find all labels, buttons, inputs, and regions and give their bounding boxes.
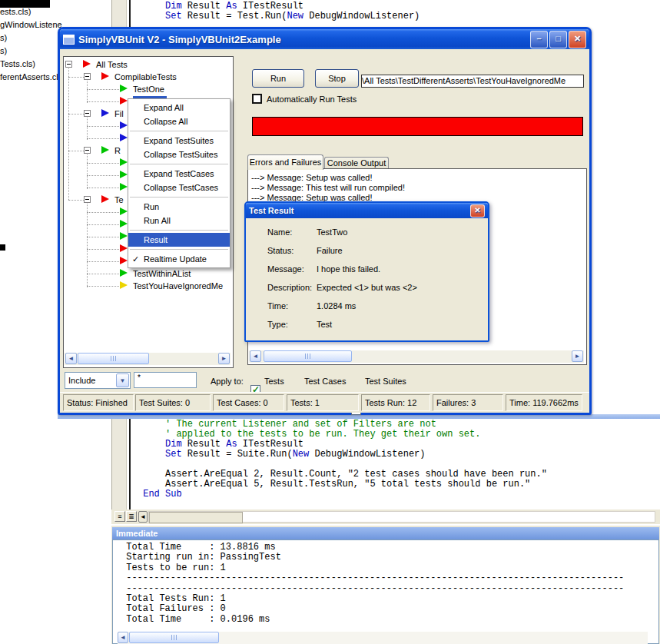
test-status-arrow-icon [120, 232, 128, 240]
combo-dropdown-arrow-icon[interactable]: ▼ [116, 373, 129, 387]
menu-item-expand-testcases[interactable]: Expand TestCases [128, 167, 230, 181]
test-path-field[interactable]: \All Tests\TestDifferentAsserts\TestYouH… [361, 75, 584, 88]
filter-mode-combobox[interactable]: Include ▼ [65, 372, 131, 389]
stop-button[interactable]: Stop [315, 69, 359, 88]
menu-separator [130, 131, 228, 131]
menu-item-run[interactable]: Run [128, 200, 230, 214]
menu-item-collapse-all[interactable]: Collapse All [128, 115, 230, 128]
menu-item-result[interactable]: Result [128, 233, 230, 247]
code-hscroll-thumb[interactable] [149, 512, 243, 523]
immediate-line: Total Failures : 0 [121, 604, 624, 614]
expand-collapse-icon[interactable] [65, 61, 72, 68]
tree-node-label[interactable]: TestOne [133, 84, 164, 95]
test-status-arrow-icon [120, 220, 128, 227]
tree-row[interactable]: TestWithinAList [64, 267, 231, 280]
dialog-field-value: I hope this failed. [317, 264, 380, 274]
test-status-arrow-icon [120, 134, 128, 141]
tree-hscroll-right-arrow[interactable]: ► [218, 353, 230, 364]
dialog-close-button[interactable]: ✕ [470, 204, 485, 217]
status-panel: Status: Finished [63, 394, 134, 411]
tree-node-label[interactable]: TestWithinAList [133, 268, 191, 279]
tree-hscroll-thumb[interactable] [78, 353, 149, 364]
project-item-fragment[interactable]: ests.cls) [0, 7, 60, 20]
project-item-fragment[interactable]: Tests.cls) [0, 59, 60, 72]
tree-row[interactable]: CompilableTests [64, 71, 231, 83]
list-hscroll-left-arrow[interactable]: ◄ [250, 350, 261, 362]
tree-node-label[interactable]: Te [114, 194, 124, 205]
dialog-body: Name:TestTwoStatus:FailureMessage:I hope… [246, 218, 485, 337]
run-button[interactable]: Run [252, 69, 304, 88]
code-line: Set Result = Test.Run(New DebugWindowLis… [138, 12, 420, 22]
tab-errors-and-failures[interactable]: Errors and Failures [247, 154, 323, 170]
code-hscroll-track[interactable] [148, 511, 655, 523]
test-result-dialog: Test Result ✕ Name:TestTwoStatus:Failure… [244, 201, 489, 342]
code-line: End Sub [138, 490, 547, 500]
status-panel: Time: 119.7662ms [506, 394, 582, 411]
tree-hscrollbar[interactable]: ◄ ► [65, 353, 231, 365]
code-hscroll-left-arrow[interactable]: ◄ [138, 511, 148, 523]
filter-pattern-field[interactable]: * [134, 372, 197, 388]
list-hscroll-thumb[interactable] [264, 350, 352, 362]
tree-node-label[interactable]: CompilableTests [114, 71, 177, 82]
error-list-line[interactable]: ---> Message: Setup was called! [251, 173, 582, 183]
expand-collapse-icon[interactable] [84, 196, 91, 203]
code-splitter-row: ≡ ≣ ◄ [111, 510, 660, 524]
code-token: Result [182, 439, 227, 450]
menu-item-expand-all[interactable]: Expand All [128, 101, 230, 115]
immediate-hscrollbar[interactable]: ◄ [118, 632, 648, 644]
immediate-line: Total Tests Run: 1 [121, 594, 624, 604]
test-status-arrow-icon [120, 281, 128, 289]
code-token: As [226, 439, 237, 450]
tree-node-label[interactable]: TestYouHaveIgnoredMe [133, 281, 223, 291]
auto-run-checkbox[interactable] [252, 94, 262, 104]
menu-item-realtime-update[interactable]: Realtime Update✓ [128, 252, 230, 266]
code-editor-top[interactable]: Dim Result As ITestResult Set Result = T… [138, 2, 420, 22]
menu-item-run-all[interactable]: Run All [128, 214, 230, 227]
menu-item-expand-testsuites[interactable]: Expand TestSuites [128, 134, 230, 148]
auto-run-label: Automatically Run Tests [267, 95, 357, 104]
tree-row[interactable]: All Tests [64, 58, 231, 71]
project-item-fragment[interactable]: gWindowListene [0, 20, 60, 33]
status-panel: Failures: 3 [433, 394, 503, 411]
window-titlebar[interactable]: SimplyVBUnit V2 - SimplyVBUnit2Example –… [60, 29, 589, 49]
list-hscrollbar[interactable]: ◄ ► [249, 350, 584, 363]
checkmark-icon: ✓ [132, 252, 139, 266]
status-panel: Test Suites: 0 [135, 394, 211, 411]
expand-collapse-icon[interactable] [84, 73, 91, 80]
project-item-fragment[interactable]: ferentAsserts.cl [0, 72, 60, 85]
view-procedure-button[interactable]: ≡ [114, 511, 125, 522]
apply-testsuites-label: Test Suites [365, 377, 406, 386]
tree-node-label[interactable]: Fil [114, 108, 124, 119]
dialog-field-label: Description: [267, 283, 312, 292]
immediate-hscroll-left-arrow[interactable]: ◄ [118, 632, 128, 643]
maximize-button[interactable]: □ [549, 31, 567, 48]
expand-collapse-icon[interactable] [84, 147, 91, 154]
dialog-field-label: Type: [267, 320, 288, 329]
dialog-titlebar[interactable]: Test Result ✕ [246, 203, 488, 218]
error-list-line[interactable]: ---> Message: This test will run compile… [251, 183, 582, 193]
immediate-hscroll-thumb[interactable] [129, 632, 219, 643]
minimize-button[interactable]: – [530, 31, 548, 48]
tree-row[interactable]: TestOne [64, 83, 231, 95]
tree-row[interactable]: TestYouHaveIgnoredMe [64, 280, 231, 292]
immediate-titlebar[interactable]: Immediate [112, 527, 659, 539]
dialog-field-value: Failure [317, 246, 343, 255]
expand-collapse-icon[interactable] [84, 110, 91, 117]
code-token [138, 11, 165, 22]
menu-item-collapse-testcases[interactable]: Collapse TestCases [128, 181, 230, 194]
tree-hscroll-left-arrow[interactable]: ◄ [65, 353, 77, 364]
tree-context-menu: Expand AllCollapse AllExpand TestSuitesC… [128, 98, 231, 268]
project-item-fragment[interactable]: s) [0, 33, 60, 46]
list-hscroll-right-arrow[interactable]: ► [572, 350, 583, 362]
test-status-arrow-icon [120, 158, 128, 166]
tree-node-label[interactable]: R [114, 145, 121, 156]
menu-item-collapse-testsuites[interactable]: Collapse TestSuites [128, 148, 230, 161]
close-button[interactable]: ✕ [569, 31, 586, 48]
tree-node-label[interactable]: All Tests [96, 59, 128, 70]
dialog-field-value: Expected <1> but was <2> [317, 283, 417, 292]
project-item-fragment[interactable]: s) [0, 46, 60, 59]
code-token: Assert.AreEqual 5, Result.TestsRun, "5 t… [138, 479, 530, 490]
view-fullmodule-button[interactable]: ≣ [126, 511, 137, 522]
tab-console-output[interactable]: Console Output [324, 157, 389, 169]
code-editor-bottom[interactable]: ' The current Listener and set of Filter… [138, 420, 547, 500]
